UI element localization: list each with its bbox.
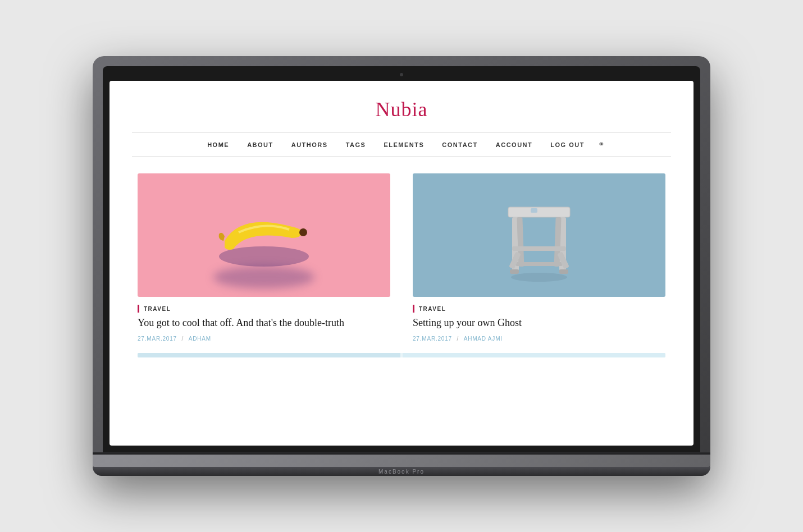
post-image-1 bbox=[138, 173, 390, 297]
svg-point-1 bbox=[299, 228, 307, 236]
separator-1: / bbox=[182, 336, 186, 342]
pagination-seg-1 bbox=[138, 353, 400, 357]
post-author-2: AHMAD AJMI bbox=[464, 336, 503, 342]
nav-item-logout[interactable]: LOG OUT bbox=[541, 141, 594, 148]
svg-rect-13 bbox=[559, 269, 568, 274]
search-icon[interactable]: ⚭ bbox=[598, 140, 605, 149]
category-bar-2 bbox=[413, 305, 414, 313]
svg-rect-3 bbox=[531, 208, 537, 213]
banana-background bbox=[138, 173, 390, 297]
post-meta-2: 27.MAR.2017 / AHMAD AJMI bbox=[413, 336, 665, 342]
post-category-1: TRAVEL bbox=[138, 305, 390, 313]
svg-rect-9 bbox=[515, 262, 563, 266]
post-title-1[interactable]: You got to cool that off. And that's the… bbox=[138, 316, 390, 330]
pagination-bar bbox=[138, 353, 665, 357]
pagination-seg-2 bbox=[403, 353, 665, 357]
stool-background bbox=[413, 173, 665, 297]
svg-point-0 bbox=[219, 246, 309, 267]
post-date-1: 27.MAR.2017 bbox=[138, 336, 177, 342]
laptop-chin bbox=[93, 455, 710, 467]
screen: Nubia HOME ABOUT AUTHORS TAGS ELEMENTS C… bbox=[110, 81, 694, 446]
browser-content: Nubia HOME ABOUT AUTHORS TAGS ELEMENTS C… bbox=[110, 81, 694, 446]
svg-rect-8 bbox=[512, 246, 566, 251]
camera-dot bbox=[400, 73, 403, 76]
post-date-2: 27.MAR.2017 bbox=[413, 336, 452, 342]
post-image-2 bbox=[413, 173, 665, 297]
post-author-1: ADHAM bbox=[189, 336, 211, 342]
laptop-frame: Nubia HOME ABOUT AUTHORS TAGS ELEMENTS C… bbox=[93, 56, 710, 476]
screen-bezel: Nubia HOME ABOUT AUTHORS TAGS ELEMENTS C… bbox=[103, 66, 700, 452]
laptop-bottom: MacBook Pro bbox=[93, 467, 710, 476]
macbook-label: MacBook Pro bbox=[378, 469, 425, 475]
banana-shadow bbox=[213, 266, 314, 288]
site-header: Nubia HOME ABOUT AUTHORS TAGS ELEMENTS C… bbox=[110, 81, 694, 157]
banana-illustration bbox=[208, 201, 320, 269]
svg-point-14 bbox=[511, 273, 567, 282]
post-card-1[interactable]: TRAVEL You got to cool that off. And tha… bbox=[138, 173, 390, 342]
main-nav: HOME ABOUT AUTHORS TAGS ELEMENTS CONTACT… bbox=[132, 132, 671, 157]
post-title-2[interactable]: Setting up your own Ghost bbox=[413, 316, 665, 330]
nav-item-about[interactable]: ABOUT bbox=[238, 141, 282, 148]
svg-rect-12 bbox=[510, 269, 519, 274]
post-category-label-2: TRAVEL bbox=[419, 306, 446, 312]
stool-illustration bbox=[500, 179, 578, 291]
nav-item-contact[interactable]: CONTACT bbox=[433, 141, 486, 148]
nav-item-home[interactable]: HOME bbox=[198, 141, 238, 148]
nav-item-elements[interactable]: ELEMENTS bbox=[375, 141, 433, 148]
post-category-2: TRAVEL bbox=[413, 305, 665, 313]
nav-item-authors[interactable]: AUTHORS bbox=[282, 141, 337, 148]
post-meta-1: 27.MAR.2017 / ADHAM bbox=[138, 336, 390, 342]
nav-item-tags[interactable]: TAGS bbox=[337, 141, 375, 148]
category-bar-1 bbox=[138, 305, 139, 313]
site-title[interactable]: Nubia bbox=[121, 98, 682, 121]
post-card-2[interactable]: TRAVEL Setting up your own Ghost 27.MAR.… bbox=[413, 173, 665, 342]
nav-item-account[interactable]: ACCOUNT bbox=[487, 141, 542, 148]
separator-2: / bbox=[457, 336, 461, 342]
svg-rect-2 bbox=[508, 207, 570, 217]
post-category-label-1: TRAVEL bbox=[144, 306, 171, 312]
posts-grid: TRAVEL You got to cool that off. And tha… bbox=[110, 157, 694, 353]
